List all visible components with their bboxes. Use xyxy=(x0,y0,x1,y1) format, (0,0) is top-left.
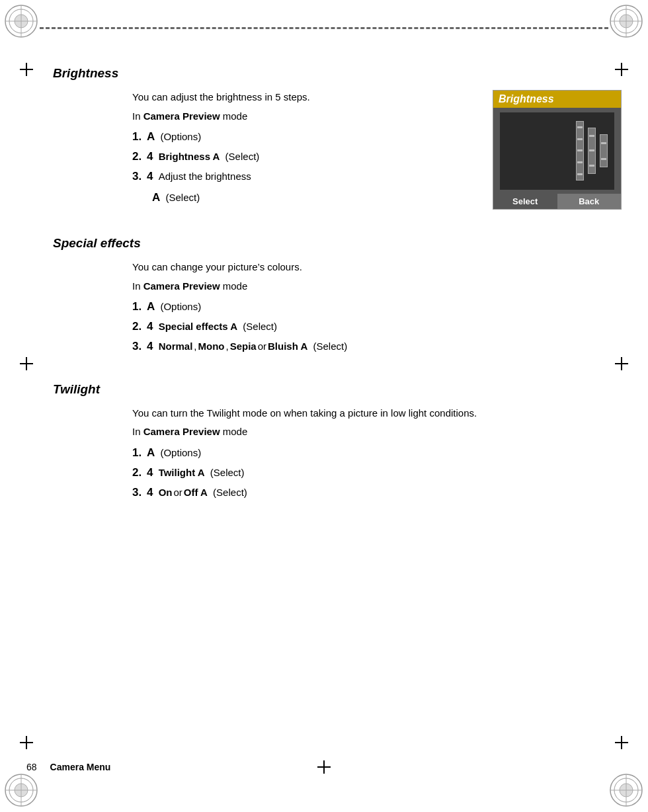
footer: 68 Camera Menu xyxy=(26,762,110,772)
camera-display xyxy=(500,112,615,190)
brightness-step-2: 2. 4 Brightness A (Select) xyxy=(132,147,479,165)
brightness-title: Brightness xyxy=(53,66,622,81)
camera-preview-label: Camera Preview xyxy=(143,110,220,122)
brightness-step-3: 3. 4 Adjust the brightness xyxy=(132,167,479,185)
twilight-steps: 1. A (Options) 2. 4 Twilight A (Select) … xyxy=(132,444,622,502)
page-number: 68 xyxy=(26,762,37,772)
special-effects-intro: You can change your picture’s colours. xyxy=(132,260,622,275)
special-effects-title: Special effects xyxy=(53,236,622,251)
crosshair-bot-left xyxy=(20,736,33,749)
brightness-camera-mode: In Camera Preview mode xyxy=(132,109,479,124)
preview-select-btn: Select xyxy=(493,194,557,209)
slider-bar-1 xyxy=(576,121,584,181)
special-effects-body: You can change your picture’s colours. I… xyxy=(132,260,622,356)
brightness-steps: 1. A (Options) 2. 4 Brightness A (Select… xyxy=(132,128,479,186)
brightness-section: Brightness You can adjust the brightness… xyxy=(26,66,622,210)
preview-image xyxy=(493,108,621,194)
mode-label: mode xyxy=(220,110,248,122)
special-effects-step-1: 1. A (Options) xyxy=(132,298,622,315)
special-effects-step-2: 2. 4 Special effects A (Select) xyxy=(132,317,622,335)
camera-preview-widget: Brightness xyxy=(493,90,622,210)
preview-back-btn: Back xyxy=(557,194,622,209)
brightness-step-1: 1. A (Options) xyxy=(132,128,479,145)
crosshair-bot-right xyxy=(615,736,628,749)
brightness-text: You can adjust the brightness in 5 steps… xyxy=(132,90,479,206)
slider-bar-3 xyxy=(600,134,608,167)
top-border xyxy=(40,25,608,30)
special-effects-steps: 1. A (Options) 2. 4 Special effects A (S… xyxy=(132,298,622,356)
special-effects-step-3: 3. 4 Normal, Mono, Sepia or Bluish A (Se… xyxy=(132,337,622,355)
corner-decoration-bl xyxy=(3,772,40,809)
twilight-title: Twilight xyxy=(53,382,622,397)
slider-bar-2 xyxy=(588,128,596,174)
twilight-step-2: 2. 4 Twilight A (Select) xyxy=(132,464,622,481)
special-effects-camera-mode: In Camera Preview mode xyxy=(132,279,622,294)
twilight-section: Twilight You can turn the Twilight mode … xyxy=(26,382,622,502)
brightness-intro: You can adjust the brightness in 5 steps… xyxy=(132,90,479,105)
brightness-body: You can adjust the brightness in 5 steps… xyxy=(132,90,622,210)
corner-decoration-tr xyxy=(608,3,645,40)
preview-buttons: Select Back xyxy=(493,194,621,209)
twilight-intro: You can turn the Twilight mode on when t… xyxy=(132,406,622,421)
preview-title: Brightness xyxy=(493,91,621,108)
footer-label: Camera Menu xyxy=(50,762,111,772)
in-label: In xyxy=(132,110,143,122)
corner-decoration-tl xyxy=(3,3,40,40)
special-effects-section: Special effects You can change your pict… xyxy=(26,236,622,356)
twilight-camera-mode: In Camera Preview mode xyxy=(132,425,622,440)
brightness-substep: A (Select) xyxy=(152,188,479,206)
main-content: Brightness You can adjust the brightness… xyxy=(0,53,648,554)
twilight-body: You can turn the Twilight mode on when t… xyxy=(132,406,622,502)
twilight-step-1: 1. A (Options) xyxy=(132,444,622,462)
corner-decoration-br xyxy=(608,772,645,809)
crosshair-bottom-center xyxy=(317,760,331,776)
twilight-step-3: 3. 4 On or Off A (Select) xyxy=(132,483,622,501)
